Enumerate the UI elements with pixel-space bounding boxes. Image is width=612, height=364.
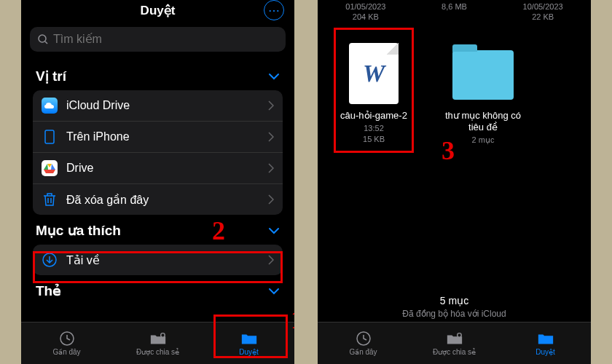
tab-label: Gần đây: [349, 348, 377, 356]
tab-shared[interactable]: Được chia sẻ: [112, 323, 203, 364]
sync-status-area: 5 mục Đã đồng bộ hóa với iCloud: [318, 295, 591, 319]
meta-col: 01/05/2023204 KB: [345, 1, 385, 23]
tab-recent[interactable]: Gần đây: [21, 323, 112, 364]
search-icon: [37, 33, 49, 45]
item-label: Đã xóa gần đây: [66, 193, 259, 207]
section-title: Thẻ: [36, 282, 61, 299]
chevron-right-icon: [268, 100, 274, 111]
file-word-doc[interactable]: W câu-hỏi-game-2 13:52 15 KB: [334, 43, 414, 146]
search-input[interactable]: [53, 33, 278, 46]
svg-line-1: [45, 41, 47, 44]
phone-screen-right: 01/05/2023204 KB 8,6 MB 10/05/202322 KB …: [318, 0, 591, 364]
step-number-2: 2: [212, 215, 225, 246]
page-title: Duyệt: [141, 4, 176, 17]
nav-header: Duyệt ⋯: [21, 0, 294, 24]
chevron-down-icon: [268, 227, 280, 234]
svg-rect-2: [45, 130, 54, 143]
file-time: 13:52: [364, 123, 384, 134]
chevron-right-icon: [268, 163, 274, 173]
location-recently-deleted[interactable]: Đã xóa gần đây: [33, 184, 283, 215]
ellipsis-icon: ⋯: [268, 4, 280, 17]
shared-folder-icon: [149, 331, 167, 347]
step-number-1: 1: [291, 304, 294, 335]
locations-list: iCloud Drive Trên iPhone Drive Đã xóa gầ…: [33, 90, 283, 215]
item-label: Tải về: [66, 253, 259, 267]
tab-browse[interactable]: Duyệt: [203, 323, 294, 364]
favorite-downloads[interactable]: Tải về: [33, 245, 283, 275]
location-drive[interactable]: Drive: [33, 153, 283, 184]
search-field[interactable]: [30, 27, 286, 52]
section-title: Mục ưa thích: [36, 222, 121, 239]
chevron-right-icon: [268, 255, 274, 265]
tags-section: Thẻ: [21, 275, 294, 305]
iphone-icon: [42, 129, 58, 145]
item-label: iCloud Drive: [66, 99, 259, 112]
folder-icon: [452, 50, 514, 100]
clock-icon: [58, 331, 76, 347]
tab-recent[interactable]: Gần đây: [318, 323, 409, 364]
tab-bar: Gần đây Được chia sẻ Duyệt: [21, 322, 294, 364]
icloud-icon: [42, 98, 58, 114]
item-count: 5 mục: [318, 295, 591, 306]
word-doc-icon: W: [349, 43, 399, 104]
meta-col: 8,6 MB: [442, 1, 467, 23]
chevron-down-icon: [268, 73, 280, 80]
tab-bar: Gần đây Được chia sẻ Duyệt: [318, 322, 591, 364]
trash-icon: [42, 191, 58, 207]
meta-col: 10/05/202322 KB: [523, 1, 563, 23]
locations-section: Vị trí iCloud Drive Trên iPhone Drive Đ: [21, 60, 294, 215]
location-iphone[interactable]: Trên iPhone: [33, 122, 283, 153]
file-folder[interactable]: thư mục không có tiêu đề 2 mục: [443, 43, 523, 146]
sync-status: Đã đồng bộ hóa với iCloud: [318, 309, 591, 319]
chevron-right-icon: [268, 194, 274, 205]
tab-label: Gần đây: [52, 348, 80, 356]
phone-screen-left: Duyệt ⋯ Vị trí iCloud Drive Trên iPhone …: [21, 0, 294, 364]
locations-header[interactable]: Vị trí: [33, 60, 283, 90]
shared-folder-icon: [446, 331, 463, 347]
tab-browse[interactable]: Duyệt: [500, 323, 591, 364]
chevron-right-icon: [268, 132, 274, 142]
item-label: Drive: [66, 162, 259, 175]
svg-point-7: [457, 333, 461, 338]
file-size: 15 KB: [363, 134, 385, 145]
tab-label: Duyệt: [536, 348, 555, 356]
clock-icon: [355, 331, 372, 347]
item-label: Trên iPhone: [66, 130, 259, 143]
more-button[interactable]: ⋯: [264, 0, 284, 20]
tab-shared[interactable]: Được chia sẻ: [409, 323, 500, 364]
chevron-down-icon: [268, 288, 280, 295]
file-name: thư mục không có tiêu đề: [443, 110, 523, 134]
file-name: câu-hỏi-game-2: [340, 110, 407, 122]
svg-point-5: [160, 333, 165, 338]
favorites-header[interactable]: Mục ưa thích: [33, 215, 283, 245]
section-title: Vị trí: [36, 68, 66, 84]
favorites-section: Mục ưa thích Tải về: [21, 215, 294, 275]
svg-point-0: [39, 35, 46, 42]
gdrive-icon: [42, 160, 58, 176]
tags-header[interactable]: Thẻ: [33, 275, 283, 305]
folder-icon: [537, 331, 554, 347]
download-icon: [42, 252, 58, 268]
tab-label: Duyệt: [239, 348, 259, 356]
file-meta: 2 mục: [472, 135, 495, 146]
top-meta-row: 01/05/2023204 KB 8,6 MB 10/05/202322 KB: [318, 0, 591, 25]
location-icloud[interactable]: iCloud Drive: [33, 90, 283, 122]
step-number-3: 3: [442, 135, 455, 166]
favorites-list: Tải về: [33, 245, 283, 275]
folder-icon: [240, 331, 258, 347]
tab-label: Được chia sẻ: [136, 348, 179, 356]
tab-label: Được chia sẻ: [433, 348, 476, 356]
